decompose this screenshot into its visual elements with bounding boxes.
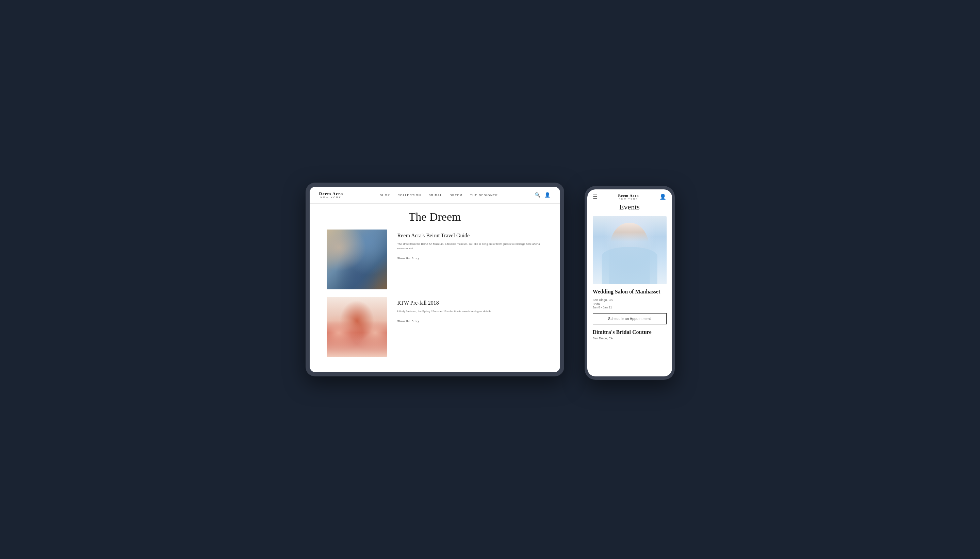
phone-logo: Reem Acra NEW YORK bbox=[618, 194, 639, 200]
search-icon[interactable]: 🔍 bbox=[535, 192, 541, 198]
schedule-appointment-button[interactable]: Schedule an Appointment bbox=[593, 313, 667, 324]
tablet-nav-icons: 🔍 👤 bbox=[535, 192, 550, 198]
tablet-screen: Reem Acra NEW YORK SHOP COLLECTION BRIDA… bbox=[310, 187, 560, 372]
phone-event-1-location: San Diego, CA bbox=[593, 298, 667, 302]
tablet-article-1: Reem Acra's Beirut Travel Guide The stre… bbox=[327, 230, 543, 289]
tablet-device: Reem Acra NEW YORK SHOP COLLECTION BRIDA… bbox=[305, 183, 564, 376]
phone-event-1-image bbox=[593, 216, 667, 284]
phone-event-1-title: Wedding Salon of Manhasset bbox=[593, 288, 667, 296]
nav-collection[interactable]: COLLECTION bbox=[398, 194, 421, 197]
tablet-content: The Dreem Reem Acra's Beirut Travel Guid… bbox=[310, 204, 560, 372]
phone-screen: ☰ Reem Acra NEW YORK 👤 Events bbox=[587, 189, 672, 376]
nav-bridal[interactable]: BRIDAL bbox=[429, 194, 442, 197]
phone-page-title: Events bbox=[593, 203, 667, 212]
event-1-photo bbox=[593, 216, 667, 284]
tablet-logo-name: Reem Acra bbox=[319, 192, 343, 196]
phone-event-1-date: Jan 8 - Jan 11 bbox=[593, 306, 667, 309]
tablet-article-1-image bbox=[327, 230, 387, 289]
nav-designer[interactable]: THE DESIGNER bbox=[470, 194, 498, 197]
phone-user-icon[interactable]: 👤 bbox=[660, 194, 666, 200]
phone-navbar: ☰ Reem Acra NEW YORK 👤 bbox=[587, 189, 672, 203]
phone-device: ☰ Reem Acra NEW YORK 👤 Events bbox=[585, 186, 675, 380]
tablet-article-2-text: RTW Pre-fall 2018 Utterly feminine, the … bbox=[398, 297, 543, 323]
phone-logo-name: Reem Acra bbox=[618, 194, 639, 198]
tablet-article-2-desc: Utterly feminine, the Spring / Summer 19… bbox=[398, 309, 543, 314]
hamburger-icon[interactable]: ☰ bbox=[593, 194, 597, 200]
tablet-article-1-title: Reem Acra's Beirut Travel Guide bbox=[398, 232, 543, 239]
tablet-logo-sub: NEW YORK bbox=[319, 196, 343, 198]
event-dress bbox=[602, 247, 657, 284]
phone-event-2-location: San Diego, CA bbox=[593, 337, 667, 340]
tablet-article-2-image bbox=[327, 297, 387, 357]
tablet-article-2: RTW Pre-fall 2018 Utterly feminine, the … bbox=[327, 297, 543, 357]
article-2-photo bbox=[327, 297, 387, 357]
nav-shop[interactable]: SHOP bbox=[380, 194, 390, 197]
phone-event-1-category: Bridal bbox=[593, 302, 667, 306]
nav-dreem[interactable]: DREEM bbox=[449, 194, 463, 197]
phone-content: Events Wedding Salon of Manhasset San Di… bbox=[587, 203, 672, 376]
tablet-navbar: Reem Acra NEW YORK SHOP COLLECTION BRIDA… bbox=[310, 187, 560, 204]
article-1-photo bbox=[327, 230, 387, 289]
devices-container: Reem Acra NEW YORK SHOP COLLECTION BRIDA… bbox=[305, 179, 675, 380]
phone-logo-sub: NEW YORK bbox=[618, 198, 639, 200]
tablet-logo: Reem Acra NEW YORK bbox=[319, 192, 343, 198]
tablet-article-1-desc: The street from the Beirut Art Museum, a… bbox=[398, 242, 543, 251]
tablet-article-2-link[interactable]: Show the Story bbox=[398, 320, 420, 322]
user-icon[interactable]: 👤 bbox=[544, 192, 550, 198]
tablet-article-1-link[interactable]: Show the Story bbox=[398, 257, 420, 260]
tablet-page-title: The Dreem bbox=[327, 204, 543, 230]
tablet-article-1-text: Reem Acra's Beirut Travel Guide The stre… bbox=[398, 230, 543, 260]
tablet-article-2-title: RTW Pre-fall 2018 bbox=[398, 299, 543, 307]
phone-event-2-title: Dimitra's Bridal Couture bbox=[593, 329, 667, 335]
tablet-nav-links: SHOP COLLECTION BRIDAL DREEM THE DESIGNE… bbox=[380, 194, 498, 197]
